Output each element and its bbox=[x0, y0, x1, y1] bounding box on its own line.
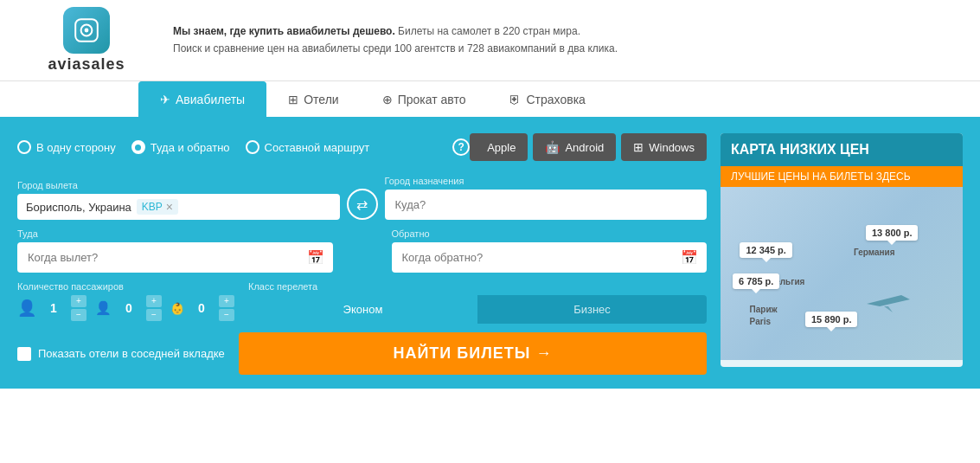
ad-map: Германия Бельгия Париж Paris 12 345 р. 1… bbox=[721, 187, 963, 360]
date-row: Туда 📅 Обратно 📅 bbox=[17, 228, 707, 273]
tab-hotels[interactable]: ⊞ Отели bbox=[266, 81, 360, 117]
header-tagline: Мы знаем, где купить авиабилеты дешево. … bbox=[156, 23, 963, 56]
passengers-section: Количество пассажиров 👤 1 + − 👤 bbox=[17, 281, 234, 321]
radio-circle-round-trip bbox=[131, 140, 145, 154]
children-count: 0 bbox=[117, 301, 141, 315]
return-calendar-icon: 📅 bbox=[681, 249, 698, 266]
class-buttons: Эконом Бизнес bbox=[248, 295, 707, 324]
header: aviasales Мы знаем, где купить авиабилет… bbox=[0, 0, 980, 81]
main-area: В одну сторону Туда и обратно Составной … bbox=[0, 119, 980, 389]
search-button-label: НАЙТИ БИЛЕТЫ → bbox=[393, 344, 552, 363]
radio-round-trip-label: Туда и обратно bbox=[151, 141, 230, 154]
tab-car-label: Прокат авто bbox=[398, 93, 466, 106]
tagline-rest: Билеты на самолет в 220 стран мира. bbox=[398, 25, 580, 37]
adult-icon: 👤 bbox=[17, 299, 36, 318]
children-increment[interactable]: + bbox=[146, 295, 162, 307]
adults-group: 👤 1 + − bbox=[17, 295, 86, 321]
shield-icon: ⛨ bbox=[509, 93, 521, 106]
origin-code: KBP bbox=[142, 201, 163, 213]
destination-input[interactable] bbox=[385, 190, 708, 220]
adults-decrement[interactable]: − bbox=[71, 309, 86, 321]
depart-input[interactable] bbox=[17, 242, 333, 273]
tagline-line2: Поиск и сравнение цен на авиабилеты сред… bbox=[173, 41, 945, 57]
apple-button[interactable]: Apple bbox=[470, 133, 528, 161]
adults-increment[interactable]: + bbox=[71, 295, 86, 307]
show-hotels-label: Показать отели в соседней вкладке bbox=[38, 347, 225, 360]
windows-button-label: Windows bbox=[649, 141, 695, 154]
child-icon: 👤 bbox=[95, 300, 112, 316]
radio-multi-city[interactable]: Составной маршрут bbox=[246, 140, 370, 154]
help-icon[interactable]: ? bbox=[452, 138, 470, 156]
tagline-bold: Мы знаем, где купить авиабилеты дешево. bbox=[173, 25, 395, 37]
plane-illustration bbox=[862, 291, 914, 317]
children-controls: + − bbox=[146, 295, 162, 321]
infants-count: 0 bbox=[189, 301, 214, 315]
price-badge-3: 6 785 р. bbox=[733, 273, 779, 289]
price-badge-1: 12 345 р. bbox=[740, 242, 791, 258]
class-section: Класс перелета Эконом Бизнес bbox=[248, 281, 707, 324]
svg-point-2 bbox=[85, 29, 89, 33]
economy-button[interactable]: Эконом bbox=[248, 295, 477, 324]
nav-tabs: ✈ Авиабилеты ⊞ Отели ⊕ Прокат авто ⛨ Стр… bbox=[0, 81, 980, 119]
depart-field-group: Туда 📅 bbox=[17, 228, 333, 273]
origin-input-wrap[interactable]: Борисполь, Украина KBP × bbox=[17, 194, 340, 220]
origin-value: Борисполь, Украина bbox=[26, 201, 131, 214]
search-button[interactable]: НАЙТИ БИЛЕТЫ → bbox=[239, 332, 707, 375]
radio-round-trip[interactable]: Туда и обратно bbox=[131, 140, 230, 154]
infants-controls: + − bbox=[219, 295, 234, 321]
tab-car[interactable]: ⊕ Прокат авто bbox=[361, 81, 488, 117]
ad-banner[interactable]: КАРТА НИЗКИХ ЦЕН ЛУЧШИЕ ЦЕНЫ НА БИЛЕТЫ З… bbox=[721, 133, 963, 367]
destination-field-group: Город назначения bbox=[385, 176, 708, 220]
building-icon: ⊞ bbox=[288, 93, 298, 106]
tab-flights[interactable]: ✈ Авиабилеты bbox=[138, 81, 266, 117]
children-group: 👤 0 + − bbox=[95, 295, 162, 321]
price-badge-4: 15 890 р. bbox=[805, 312, 857, 327]
depart-label: Туда bbox=[17, 228, 333, 239]
infants-decrement[interactable]: − bbox=[219, 309, 234, 321]
tab-insurance-label: Страховка bbox=[526, 93, 585, 106]
origin-tag-close[interactable]: × bbox=[166, 201, 173, 213]
tab-flights-label: Авиабилеты bbox=[176, 93, 245, 106]
apple-button-label: Apple bbox=[487, 141, 516, 154]
swap-button[interactable]: ⇄ bbox=[347, 189, 378, 220]
adults-controls: + − bbox=[71, 295, 86, 321]
business-button[interactable]: Бизнес bbox=[477, 295, 707, 324]
class-label: Класс перелета bbox=[248, 281, 707, 292]
map-label-paris-fr: Paris bbox=[750, 317, 771, 326]
logo-icon bbox=[63, 7, 110, 54]
car-icon: ⊕ bbox=[382, 93, 393, 106]
ad-banner-subtitle: ЛУЧШИЕ ЦЕНЫ НА БИЛЕТЫ ЗДЕСЬ bbox=[721, 166, 963, 187]
radio-circle-multi-city bbox=[246, 140, 259, 154]
tab-insurance[interactable]: ⛨ Страховка bbox=[487, 81, 606, 117]
children-decrement[interactable]: − bbox=[146, 309, 162, 321]
origin-tag: KBP × bbox=[137, 199, 178, 215]
android-button[interactable]: 🤖 Android bbox=[533, 133, 616, 161]
logo-area: aviasales bbox=[17, 7, 156, 74]
infants-increment[interactable]: + bbox=[219, 295, 234, 307]
android-icon: 🤖 bbox=[545, 140, 560, 154]
windows-icon: ⊞ bbox=[633, 140, 644, 154]
infants-group: 👶 0 + − bbox=[170, 295, 234, 321]
logo-text: aviasales bbox=[48, 55, 125, 74]
return-input[interactable] bbox=[392, 242, 708, 273]
show-hotels-checkbox[interactable] bbox=[17, 347, 31, 361]
bottom-row: Показать отели в соседней вкладке НАЙТИ … bbox=[17, 332, 707, 375]
radio-circle-one-way bbox=[17, 140, 31, 154]
radio-multi-city-label: Составной маршрут bbox=[265, 141, 370, 154]
radio-one-way[interactable]: В одну сторону bbox=[17, 140, 116, 154]
radio-one-way-label: В одну сторону bbox=[36, 141, 116, 154]
origin-destination-row: Город вылета Борисполь, Украина KBP × ⇄ … bbox=[17, 173, 707, 220]
depart-calendar-icon: 📅 bbox=[307, 249, 324, 266]
search-panel: В одну сторону Туда и обратно Составной … bbox=[17, 133, 707, 375]
show-hotels-option[interactable]: Показать отели в соседней вкладке bbox=[17, 347, 225, 361]
destination-label: Город назначения bbox=[385, 176, 708, 186]
plane-icon: ✈ bbox=[160, 93, 170, 106]
passengers-label: Количество пассажиров bbox=[17, 281, 234, 292]
return-field-group: Обратно 📅 bbox=[392, 228, 708, 273]
windows-button[interactable]: ⊞ Windows bbox=[621, 133, 707, 161]
return-input-wrap: 📅 bbox=[392, 242, 708, 273]
price-badge-2: 13 800 р. bbox=[866, 225, 918, 241]
origin-label: Город вылета bbox=[17, 180, 340, 190]
trip-type-controls: В одну сторону Туда и обратно Составной … bbox=[17, 138, 470, 156]
app-buttons-section: Apple 🤖 Android ⊞ Windows bbox=[470, 133, 707, 161]
